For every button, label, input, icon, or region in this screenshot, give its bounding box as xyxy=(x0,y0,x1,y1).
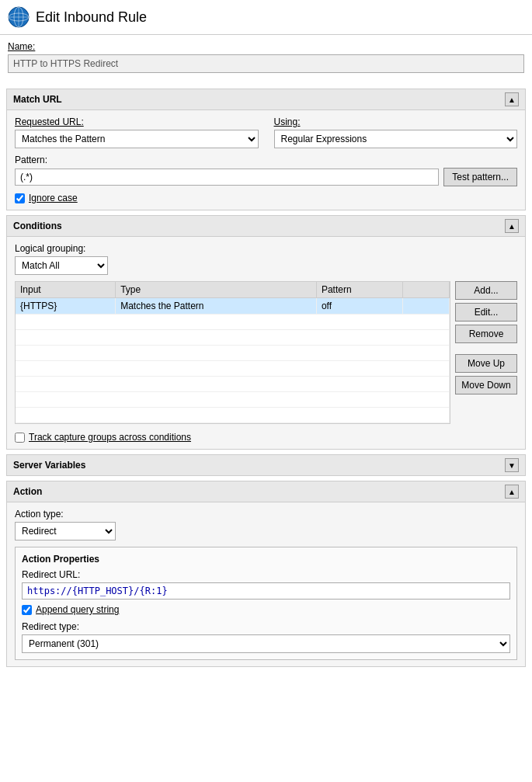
append-query-string-row: Append query string xyxy=(22,604,510,615)
logical-label: Logical grouping: xyxy=(15,243,517,254)
requested-url-label: Requested URL: xyxy=(15,116,259,127)
server-variables-section: Server Variables ▼ xyxy=(6,454,526,476)
col-pattern: Pattern xyxy=(316,282,402,298)
col-input: Input xyxy=(16,282,116,298)
action-type-row: Action type: Redirect None Rewrite Custo… xyxy=(15,509,517,540)
conditions-body: Logical grouping: Match All Match Any In… xyxy=(7,237,525,449)
col-extra xyxy=(403,282,450,298)
table-row-empty-7[interactable] xyxy=(16,408,450,423)
add-condition-button[interactable]: Add... xyxy=(455,281,517,300)
table-row-empty-2[interactable] xyxy=(16,330,450,346)
cell-type: Matches the Pattern xyxy=(116,298,317,315)
properties-title: Action Properties xyxy=(22,554,510,565)
table-row-empty-3[interactable] xyxy=(16,346,450,361)
conditions-title: Conditions xyxy=(13,221,62,231)
action-type-label: Action type: xyxy=(15,509,517,520)
action-collapse-btn[interactable]: ▲ xyxy=(505,485,519,499)
remove-condition-button[interactable]: Remove xyxy=(455,325,517,343)
append-query-string-checkbox[interactable] xyxy=(22,605,32,615)
ignore-case-label: Ignore case xyxy=(29,193,78,203)
action-header: Action ▲ xyxy=(7,481,525,502)
cell-input: {HTTPS} xyxy=(16,298,116,315)
logical-group: Logical grouping: Match All Match Any xyxy=(15,243,517,275)
using-label: Using: xyxy=(274,116,518,127)
ignore-case-row: Ignore case xyxy=(15,193,517,203)
pattern-input[interactable] xyxy=(15,169,439,186)
conditions-grid: Input Type Pattern {HTTPS} Matches the P… xyxy=(15,281,517,424)
table-row-empty-4[interactable] xyxy=(16,361,450,377)
action-title: Action xyxy=(13,486,42,497)
col-type: Type xyxy=(116,282,317,298)
name-section: Name: xyxy=(0,35,532,78)
table-row-empty-1[interactable] xyxy=(16,315,450,330)
conditions-section: Conditions ▲ Logical grouping: Match All… xyxy=(6,215,526,450)
name-input[interactable] xyxy=(8,54,524,73)
match-url-title: Match URL xyxy=(13,94,62,105)
name-label: Name: xyxy=(8,41,524,52)
edit-condition-button[interactable]: Edit... xyxy=(455,303,517,321)
conditions-buttons: Add... Edit... Remove Move Up Move Down xyxy=(455,281,517,394)
move-up-button[interactable]: Move Up xyxy=(455,354,517,373)
page-header: Edit Inbound Rule xyxy=(0,0,532,35)
using-group: Using: Regular Expressions Wildcards Exa… xyxy=(274,116,518,148)
conditions-collapse-btn[interactable]: ▲ xyxy=(505,219,519,233)
server-variables-expand-btn[interactable]: ▼ xyxy=(505,458,519,472)
conditions-header: Conditions ▲ xyxy=(7,216,525,237)
using-select[interactable]: Regular Expressions Wildcards Exact Matc… xyxy=(274,130,518,148)
action-section: Action ▲ Action type: Redirect None Rewr… xyxy=(6,481,526,667)
server-variables-header: Server Variables ▼ xyxy=(7,455,525,475)
match-url-header: Match URL ▲ xyxy=(7,89,525,110)
track-capture-checkbox[interactable] xyxy=(15,433,25,443)
action-body: Action type: Redirect None Rewrite Custo… xyxy=(7,502,525,666)
redirect-type-label: Redirect type: xyxy=(22,621,510,632)
conditions-table: Input Type Pattern {HTTPS} Matches the P… xyxy=(16,282,450,423)
page-title: Edit Inbound Rule xyxy=(36,9,147,26)
match-url-body: Requested URL: Matches the Pattern Does … xyxy=(7,110,525,210)
redirect-url-input[interactable] xyxy=(22,582,510,600)
pattern-label: Pattern: xyxy=(15,155,517,165)
cell-pattern: off xyxy=(316,298,402,315)
requested-url-select[interactable]: Matches the Pattern Does Not Match the P… xyxy=(15,130,259,148)
append-query-string-label: Append query string xyxy=(36,604,119,615)
test-pattern-button[interactable]: Test pattern... xyxy=(443,168,517,186)
pattern-row: Test pattern... xyxy=(15,168,517,186)
match-url-collapse-btn[interactable]: ▲ xyxy=(505,92,519,106)
table-row[interactable]: {HTTPS} Matches the Pattern off xyxy=(16,298,450,315)
app-icon xyxy=(8,6,30,28)
requested-url-group: Requested URL: Matches the Pattern Does … xyxy=(15,116,259,148)
move-down-button[interactable]: Move Down xyxy=(455,376,517,394)
table-row-empty-5[interactable] xyxy=(16,377,450,392)
ignore-case-checkbox[interactable] xyxy=(15,193,25,203)
server-variables-title: Server Variables xyxy=(13,460,85,471)
match-url-section: Match URL ▲ Requested URL: Matches the P… xyxy=(6,89,526,210)
redirect-type-select[interactable]: Permanent (301) Found (302) See Other (3… xyxy=(22,634,510,653)
track-capture-label: Track capture groups across conditions xyxy=(29,432,191,443)
action-properties-box: Action Properties Redirect URL: Append q… xyxy=(15,547,517,660)
table-row-empty-6[interactable] xyxy=(16,392,450,408)
logical-grouping-select[interactable]: Match All Match Any xyxy=(15,256,108,275)
conditions-table-wrap: Input Type Pattern {HTTPS} Matches the P… xyxy=(15,281,450,424)
action-type-select[interactable]: Redirect None Rewrite Custom Response Ab… xyxy=(15,522,116,540)
redirect-url-label: Redirect URL: xyxy=(22,569,510,580)
track-capture-row: Track capture groups across conditions xyxy=(15,432,517,443)
cell-extra xyxy=(403,298,450,315)
pattern-section: Pattern: Test pattern... xyxy=(15,155,517,186)
